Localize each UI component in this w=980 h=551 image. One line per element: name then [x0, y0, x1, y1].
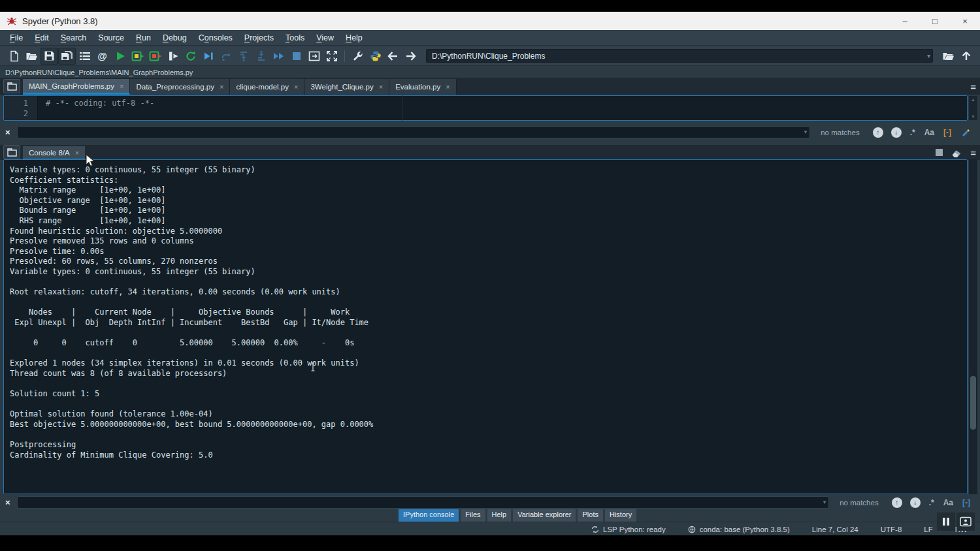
pause-overlay-button[interactable] — [937, 512, 955, 531]
file-switcher-button[interactable] — [76, 48, 93, 65]
find-dropdown-caret-icon[interactable]: ▾ — [804, 129, 808, 135]
tab-close-icon[interactable]: × — [446, 83, 449, 91]
find-close-icon[interactable]: × — [5, 127, 17, 137]
new-file-button[interactable] — [5, 48, 23, 65]
step-into-button[interactable] — [235, 48, 252, 65]
save-all-button[interactable] — [58, 48, 76, 65]
browse-tabs-button[interactable] — [3, 79, 20, 93]
console-regex-toggle[interactable]: .* — [929, 498, 934, 507]
find-next-button[interactable]: ↓ — [891, 127, 902, 138]
regex-toggle[interactable]: .* — [910, 128, 915, 137]
editor-tab[interactable]: MAIN_GraphProblems.py× — [23, 79, 130, 95]
browse-directory-button[interactable] — [939, 48, 957, 65]
scroll-down-icon[interactable]: ▼ — [971, 114, 975, 119]
editor-code[interactable]: # -*- coding: utf-8 -*- — [38, 96, 967, 120]
tab-close-icon[interactable]: × — [379, 83, 383, 91]
scroll-up-icon[interactable]: ▲ — [971, 97, 975, 102]
conda-status[interactable]: conda: base (Python 3.8.5) — [688, 526, 790, 533]
preferences-wrench-button[interactable] — [349, 48, 367, 65]
run-cell-advance-button[interactable] — [146, 48, 164, 65]
webcam-overlay-button[interactable] — [956, 512, 975, 531]
console-tab[interactable]: Console 8/A × — [23, 146, 85, 160]
tab-close-icon[interactable]: × — [220, 83, 223, 91]
menu-projects[interactable]: Projects — [238, 33, 280, 42]
pane-tab-variable-explorer[interactable]: Variable explorer — [513, 509, 576, 522]
pane-tab-help[interactable]: Help — [487, 509, 512, 522]
console-options-menu-icon[interactable]: ≡ — [970, 147, 976, 158]
console-case-sensitive-toggle[interactable]: Aa — [943, 498, 953, 507]
menu-edit[interactable]: Edit — [29, 33, 55, 42]
open-file-button[interactable] — [23, 48, 41, 65]
menu-tools[interactable]: Tools — [280, 33, 310, 42]
rerun-last-cell-button[interactable] — [182, 48, 199, 65]
case-sensitive-toggle[interactable]: Aa — [924, 128, 934, 137]
step-over-button[interactable] — [217, 48, 235, 65]
symbol-finder-button[interactable]: @ — [93, 48, 111, 65]
pane-tab-plots[interactable]: Plots — [578, 509, 602, 522]
editor-tab[interactable]: 3Weight_Clique.py× — [304, 79, 389, 95]
back-button[interactable] — [384, 48, 402, 65]
console-output[interactable]: Variable types: 0 continuous, 55 integer… — [4, 160, 967, 460]
console-scrollbar[interactable] — [969, 159, 977, 494]
console-find-bar: × ▾ no matches ↑ ↓ .* Aa [-] — [0, 494, 980, 511]
highlight-matches-icon[interactable] — [960, 127, 970, 137]
console-find-close-icon[interactable]: × — [5, 497, 17, 507]
menu-search[interactable]: Search — [55, 33, 93, 42]
conda-env-icon — [688, 526, 696, 533]
continue-execution-button[interactable] — [270, 48, 287, 65]
editor-tabbar: MAIN_GraphProblems.py×Data_Preprocessing… — [0, 78, 980, 95]
console-find-previous-button[interactable]: ↑ — [892, 497, 902, 508]
stop-debugging-button[interactable] — [287, 48, 305, 65]
parent-directory-button[interactable] — [957, 48, 975, 65]
save-button[interactable] — [41, 48, 58, 65]
editor-options-menu-icon[interactable]: ≡ — [970, 81, 976, 92]
dropdown-caret-icon[interactable]: ▾ — [927, 52, 930, 59]
editor-pane[interactable]: 12 # -*- coding: utf-8 -*- — [3, 95, 968, 121]
code-line[interactable]: # -*- coding: utf-8 -*- — [46, 98, 967, 108]
find-input[interactable] — [17, 126, 810, 138]
menu-debug[interactable]: Debug — [157, 33, 193, 42]
tab-close-icon[interactable]: × — [294, 83, 298, 91]
menu-consoles[interactable]: Consoles — [193, 33, 238, 42]
whole-words-toggle[interactable]: [-] — [943, 128, 951, 137]
pane-tab-history[interactable]: History — [605, 509, 636, 522]
editor-tab[interactable]: Data_Preprocessing.py× — [130, 79, 230, 95]
run-cell-button[interactable] — [129, 48, 146, 65]
step-return-button[interactable] — [252, 48, 270, 65]
menu-file[interactable]: File — [4, 33, 29, 42]
pythonpath-manager-button[interactable] — [367, 48, 384, 65]
menu-source[interactable]: Source — [92, 33, 130, 42]
minimize-button[interactable]: – — [890, 12, 920, 30]
interrupt-kernel-icon[interactable] — [935, 148, 943, 157]
pane-tab-files[interactable]: Files — [461, 509, 485, 522]
console-find-next-button[interactable]: ↓ — [910, 497, 921, 508]
editor-find-bar: × ▾ no matches ↑ ↓ .* Aa [-] — [0, 124, 980, 140]
working-directory-input[interactable] — [426, 49, 933, 63]
console-browse-tabs-button[interactable] — [3, 145, 20, 159]
run-file-button[interactable] — [111, 48, 129, 65]
editor-tab[interactable]: clique-model.py× — [230, 79, 304, 95]
editor-tab[interactable]: Evaluation.py× — [389, 79, 456, 95]
console-tab-close-icon[interactable]: × — [75, 149, 79, 157]
menu-view[interactable]: View — [310, 33, 340, 42]
console-scrollbar-thumb[interactable] — [970, 376, 976, 430]
maximize-pane-button[interactable] — [305, 48, 323, 65]
console-find-dropdown-caret-icon[interactable]: ▾ — [823, 499, 826, 505]
console-find-input[interactable] — [17, 496, 829, 509]
debug-file-button[interactable] — [199, 48, 217, 65]
close-button[interactable]: × — [950, 12, 980, 30]
console-whole-words-toggle[interactable]: [-] — [962, 498, 970, 507]
remove-variables-eraser-icon[interactable] — [951, 148, 962, 157]
editor-scrollbar[interactable]: ▲ ▼ — [969, 96, 977, 120]
pane-tab-ipython-console[interactable]: IPython console — [399, 509, 459, 522]
console-pane[interactable]: Variable types: 0 continuous, 55 integer… — [3, 159, 968, 494]
menu-run[interactable]: Run — [130, 33, 157, 42]
forward-button[interactable] — [402, 48, 419, 65]
maximize-button[interactable]: □ — [920, 12, 950, 30]
tab-close-icon[interactable]: × — [120, 82, 123, 90]
fullscreen-button[interactable] — [323, 48, 340, 65]
menu-help[interactable]: Help — [340, 33, 368, 42]
find-previous-button[interactable]: ↑ — [873, 127, 883, 138]
code-line[interactable] — [46, 108, 967, 119]
run-selection-button[interactable] — [164, 48, 182, 65]
